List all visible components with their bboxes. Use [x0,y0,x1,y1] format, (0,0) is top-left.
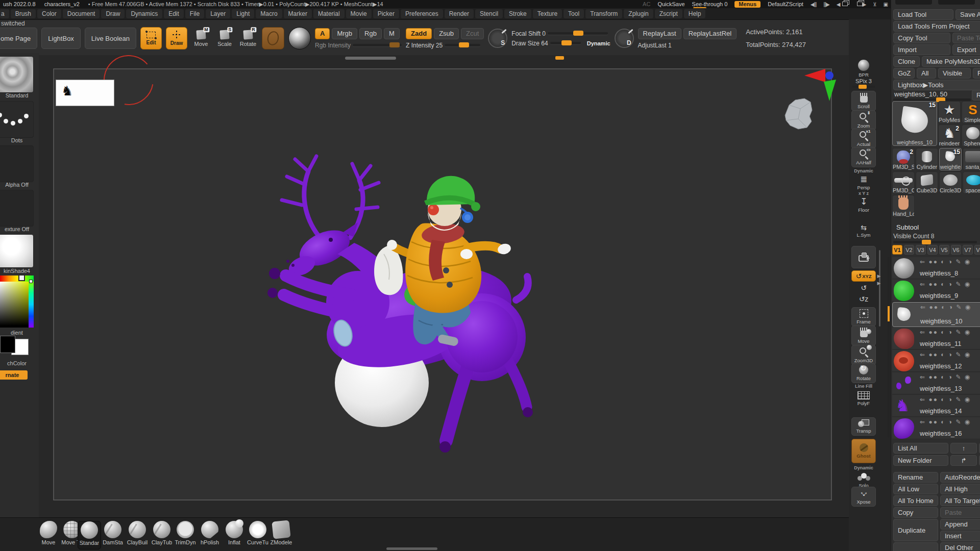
m-button[interactable]: M [384,28,400,39]
lock-camera-button[interactable] [851,246,876,268]
brush-standard-selected[interactable]: Standar [78,521,101,549]
switch-color-label[interactable]: chColor [0,360,34,366]
subtool-row-weightless12[interactable]: weightless_12 [892,350,980,372]
list-all-button[interactable]: List All [893,443,948,454]
paste-tool-button[interactable]: Paste Tool [952,33,980,43]
visible-count-handle[interactable] [922,240,931,244]
subtool-row-weightless16[interactable]: weightless_16 [892,417,980,439]
menus-button[interactable]: Menus [734,1,761,8]
persp-button[interactable]: ≣Persp [851,173,876,192]
focal-shift-slider[interactable] [548,32,608,35]
subtool-tab-v5[interactable]: V5 [939,245,949,255]
hue-strip-vertical[interactable] [29,282,34,328]
make-polymesh3d-button[interactable]: Make PolyMesh3D [922,56,980,67]
menu-item-document[interactable]: Document [63,9,100,18]
brush-hpolish[interactable]: hPolish [198,521,222,549]
menu-item-zplugin[interactable]: Zplugin [624,9,653,18]
dock-icon[interactable]: ⊻ [873,2,876,7]
del-other-button[interactable]: Del Other [940,542,980,551]
menu-item-stencil[interactable]: Stencil [475,9,503,18]
current-tool-slider-label[interactable]: weightless_10. 50 [894,90,947,98]
tool-thumbnail-reindeer[interactable]: 2 ♞ reindeer [938,124,961,147]
move-ui-left-icon[interactable]: ◀ [837,2,848,7]
subtool-visibility-icons[interactable] [920,351,971,358]
clone-button[interactable]: Clone [893,56,920,67]
draw-size-handle[interactable] [561,40,572,45]
subtool-row-weightless11[interactable]: weightless_11 [892,328,980,349]
all-high-button[interactable]: All High [940,484,980,494]
clipped-button-r[interactable]: R [973,68,980,79]
z-intensity-slider[interactable] [445,44,480,46]
save-as-button[interactable]: Save As [955,9,980,20]
focal-shift-handle[interactable] [573,31,583,36]
color-selector-marker[interactable] [18,274,25,281]
menu-item-macro[interactable]: Macro [256,9,282,18]
load-tool-button[interactable]: Load Tool [893,9,953,20]
menu-item-marker[interactable]: Marker [284,9,312,18]
subtool-visibility-icons[interactable] [920,396,971,403]
scale-button[interactable]: SScale [215,30,234,47]
zsub-button[interactable]: Zsub [434,28,459,39]
subtool-header[interactable]: Subtool [896,223,919,231]
polyframe-button[interactable]: PolyF [851,390,876,408]
duplicate-button[interactable]: Duplicate [893,519,938,541]
menu-item-stroke[interactable]: Stroke [504,9,531,18]
subtool-tab-v8[interactable]: V8 [974,245,980,255]
new-folder-button[interactable]: New Folder [893,455,948,466]
goz-button[interactable]: GoZ [893,68,915,79]
rgb-intensity-handle[interactable] [389,42,400,47]
subtool-tab-v3[interactable]: V3 [916,245,926,255]
subtool-tab-v2[interactable]: V2 [904,245,914,255]
subtool-tab-v1[interactable]: V1 [892,245,902,255]
subtool-row-weightless14[interactable]: weightless_14 [892,395,980,417]
current-stroke-thumbnail[interactable] [0,101,34,138]
tray-divider-arrows[interactable]: ▶▶ [876,272,881,287]
rotate-view-button[interactable]: Rotate [851,363,876,383]
dynamic-label[interactable]: Dynamic [587,40,610,46]
menu-item-material[interactable]: Material [313,9,345,18]
spix-handle[interactable] [859,85,867,89]
draw-size-slider[interactable] [550,42,581,44]
spix-label[interactable]: SPix 3 [850,78,877,84]
menu-item-light[interactable]: Light [232,9,254,18]
copy-tool-button[interactable]: Copy Tool [893,33,950,43]
local-symmetry-button[interactable]: ⇆L.Sym [851,222,876,239]
actual-button[interactable]: x1Actual [851,129,876,149]
see-through-slider[interactable]: See-through 0 [692,1,728,7]
lightbox-button[interactable]: LightBox [41,28,81,49]
menu-item-movie[interactable]: Movie [346,9,372,18]
scroll-right-icon[interactable]: |||▶ [823,2,829,7]
current-alpha-thumbnail[interactable] [0,145,34,182]
goz-all-button[interactable]: All [917,68,936,79]
subtool-row-weightless13[interactable]: weightless_13 [892,372,980,394]
subtool-visibility-icons[interactable] [920,304,971,311]
xpose-button[interactable]: Xpose [851,487,876,507]
current-stroke-preview[interactable] [262,27,284,49]
import-button[interactable]: Import [893,44,950,55]
menu-item-brush[interactable]: Brush [11,9,36,18]
current-texture-thumbnail[interactable] [0,190,34,227]
brush-damstandard[interactable]: DamSta [101,521,125,549]
menu-item-draw[interactable]: Draw [101,9,125,18]
autoreorder-button[interactable]: AutoReorder [940,472,980,483]
move-view-button[interactable]: Move [851,325,876,346]
current-brush-thumbnail[interactable] [0,56,34,93]
subtool-scrollbar[interactable] [888,257,890,438]
saturation-value-square[interactable] [0,282,29,328]
move-ui-right-icon[interactable]: ▶ [855,2,866,7]
brush-claytubes[interactable]: ClayTub [150,521,174,549]
brush-zmodeler[interactable]: ZModele [270,521,293,549]
brush-trimdynamic[interactable]: TrimDyn [174,521,197,549]
home-page-button[interactable]: ome Page [0,28,37,49]
menu-item-color[interactable]: Color [37,9,61,18]
menu-item-transform[interactable]: Transform [585,9,622,18]
brush-curvetube[interactable]: CurveTu [246,521,270,549]
live-boolean-button[interactable]: Live Boolean [85,28,136,49]
subtool-row-weightless10-selected[interactable]: weightless_10 [892,302,980,327]
zadd-button[interactable]: Zadd [406,28,432,39]
brush-claybuildup[interactable]: ClayBuil [126,521,149,549]
subtool-visibility-icons[interactable] [920,418,971,425]
subtool-visibility-icons[interactable] [920,329,971,336]
tool-thumbnail-santa[interactable]: 1 santa_ [963,148,980,170]
load-tools-from-project-button[interactable]: Load Tools From Project [893,21,980,32]
